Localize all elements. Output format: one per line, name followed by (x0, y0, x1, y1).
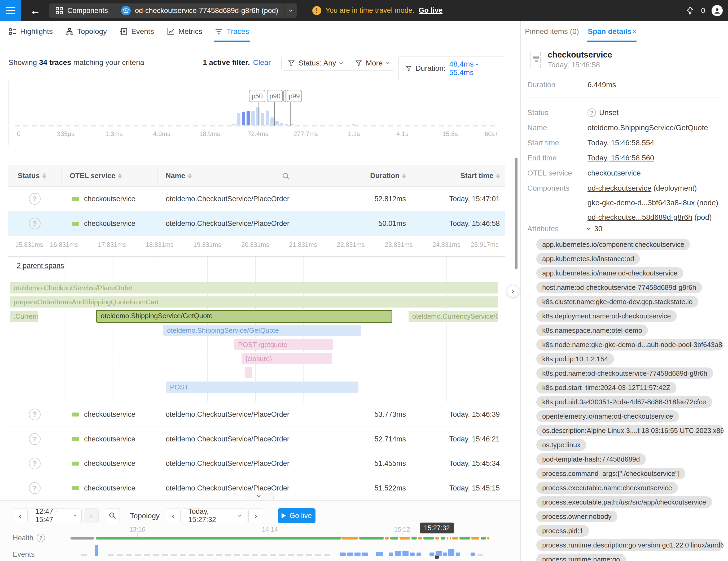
percentile-label-p50[interactable]: p50 (249, 90, 265, 102)
back-arrow-icon[interactable]: ← (29, 5, 42, 16)
event-bar[interactable] (389, 553, 393, 556)
event-bar[interactable] (340, 553, 346, 556)
tab-span-details[interactable]: Span details (588, 27, 631, 36)
span-bar[interactable]: oteldemo.CheckoutService/PlaceOrder (10, 282, 498, 293)
percentile-label-collapsed[interactable] (283, 90, 286, 102)
attribute-chip[interactable]: process.runtime.description:go version g… (536, 539, 723, 551)
duration-histogram[interactable]: 0335µs1.3ms4.9ms18.9ms72.4ms277.7ms1.1s4… (8, 80, 505, 146)
end-time-link[interactable]: Today, 15:46:58.560 (587, 154, 654, 162)
close-span-details-icon[interactable]: × (632, 27, 636, 36)
attribute-chip[interactable]: process.executable.name:checkoutservice (536, 482, 678, 494)
zoom-out-button[interactable] (105, 508, 120, 523)
tab-pinned-items[interactable]: Pinned items (0) (525, 27, 579, 36)
attribute-chip[interactable]: k8s.node.name:gke-gke-demo-d...ault-node… (536, 339, 723, 350)
span-bar[interactable]: oteldemo.CurrencyService/Co (409, 311, 498, 322)
go-live-button[interactable]: Go live (278, 508, 315, 523)
histogram-bar[interactable] (261, 113, 264, 125)
attribute-chip[interactable]: k8s.pod.name:od-checkoutservice-77458d68… (536, 367, 713, 379)
event-bar[interactable] (471, 553, 475, 556)
entity-selector[interactable]: od-checkoutservice-77458d689d-g8r6h (pod… (115, 3, 284, 18)
sort-icon[interactable] (118, 173, 122, 179)
table-row[interactable]: ?checkoutserviceoteldemo.CheckoutService… (8, 427, 505, 452)
histogram-bar[interactable] (290, 124, 294, 125)
attribute-chip[interactable]: process.owner:nobody (536, 511, 617, 522)
span-bar[interactable]: oteldemo.ShippingService/GetQuote (163, 325, 361, 336)
event-bar[interactable] (402, 551, 409, 556)
time-next-button[interactable]: › (248, 508, 263, 523)
event-bar[interactable] (443, 553, 447, 556)
go-live-link[interactable]: Go live (419, 6, 442, 15)
vertical-scrollbar[interactable] (515, 158, 518, 269)
span-bar[interactable]: .CurrencyServ... (10, 311, 38, 322)
event-bar[interactable] (362, 553, 368, 556)
histogram-bar[interactable] (270, 117, 274, 125)
attribute-chip[interactable]: os.description:Alpine Linux 3....t 18 03… (536, 425, 723, 436)
attribute-chip[interactable]: os.type:linux (536, 439, 586, 451)
event-bar[interactable] (354, 553, 361, 556)
attribute-chip[interactable]: app.kubernetes.io/name:od-checkoutservic… (536, 267, 683, 279)
range-next-button[interactable]: › (84, 508, 99, 523)
attribute-chip[interactable]: app.kubernetes.io/instance:od (536, 253, 640, 265)
help-icon[interactable]: ? (37, 534, 45, 542)
histogram-bar[interactable] (242, 112, 245, 125)
attribute-chip[interactable]: pod-template-hash:77458d689d (536, 453, 646, 465)
column-header-start-time[interactable]: Start time (460, 165, 500, 186)
pin-icon[interactable] (685, 6, 695, 15)
parent-spans-link[interactable]: 2 parent spans (17, 262, 64, 270)
attribute-chip[interactable]: process.command_args:["./checkoutservice… (536, 468, 685, 479)
time-marker-tooltip[interactable]: 15:27:32 (420, 523, 454, 533)
event-bar[interactable] (429, 553, 434, 556)
status-filter-button[interactable]: Status: Any (282, 56, 349, 70)
span-bar[interactable]: POST (166, 382, 358, 393)
attribute-chip[interactable]: k8s.pod.uid:3a430351-2cda-4d67-8d88-318f… (536, 396, 712, 408)
column-header-status[interactable]: Status (18, 165, 46, 186)
more-filters-button[interactable]: More (349, 56, 395, 70)
percentile-label-p90[interactable]: p90 (267, 90, 283, 102)
event-bar[interactable] (410, 553, 415, 556)
search-icon[interactable] (282, 172, 290, 181)
tab-traces[interactable]: Traces (215, 21, 249, 42)
attribute-chip[interactable]: k8s.deployment.name:od-checkoutservice (536, 310, 677, 322)
event-bar[interactable] (376, 552, 383, 556)
table-row[interactable]: ?checkoutserviceoteldemo.CheckoutService… (8, 451, 505, 476)
current-time-dropdown[interactable]: Today, 15:27:32 (183, 508, 246, 523)
tab-events[interactable]: Events (120, 21, 154, 42)
histogram-bar[interactable] (285, 124, 288, 125)
event-bar[interactable] (436, 551, 442, 556)
table-row[interactable]: ?checkoutserviceoteldemo.CheckoutService… (8, 211, 505, 236)
attribute-chip[interactable]: k8s.pod.start_time:2024-03-12T11:57:42Z (536, 382, 676, 393)
span-bar[interactable]: {closure} (242, 353, 332, 364)
attribute-chip[interactable]: host.name:od-checkoutservice-77458d689d-… (536, 282, 702, 293)
column-header-name[interactable]: Name (166, 165, 192, 186)
time-prev-button[interactable]: ‹ (166, 508, 181, 523)
event-bar[interactable] (347, 553, 353, 556)
span-bar[interactable]: POST /getquote (234, 339, 333, 350)
entity-dropdown-caret[interactable] (284, 3, 297, 18)
range-prev-button[interactable]: ‹ (13, 508, 28, 523)
span-bar[interactable] (245, 367, 252, 378)
attributes-toggle[interactable]: 30 (587, 225, 602, 233)
attribute-chip[interactable]: opentelemetry.io/name:od-checkoutservice (536, 410, 679, 422)
histogram-bar[interactable] (247, 111, 250, 125)
histogram-bar[interactable] (266, 111, 269, 125)
event-bar[interactable] (395, 551, 401, 556)
event-bar[interactable] (416, 553, 421, 556)
duration-filter[interactable]: Duration: 48.4ms - 55.4ms (398, 56, 505, 80)
sort-icon[interactable] (496, 173, 500, 179)
time-range-dropdown[interactable]: 12:47 - 15:47 (30, 508, 82, 523)
component-link[interactable]: od-checkoutse...58d689d-g8r6h (587, 213, 692, 221)
histogram-bar[interactable] (237, 113, 240, 125)
event-bar[interactable] (456, 553, 460, 556)
percentile-label-p99[interactable]: p99 (287, 90, 302, 102)
attribute-chip[interactable]: k8s.cluster.name:gke-demo-dev.gcp.stacks… (536, 296, 698, 308)
panel-expand-button[interactable]: › (507, 285, 519, 297)
components-nav-button[interactable]: Components (49, 3, 115, 18)
user-avatar[interactable] (712, 5, 723, 16)
column-header-otel-service[interactable]: OTEL service (70, 165, 122, 186)
tab-highlights[interactable]: Highlights (8, 21, 53, 42)
clear-filters-link[interactable]: Clear (253, 58, 271, 67)
start-time-link[interactable]: Today, 15:46:58.554 (587, 139, 654, 147)
histogram-bar[interactable] (251, 111, 255, 125)
histogram-bar[interactable] (280, 123, 283, 125)
event-bar[interactable] (95, 545, 98, 556)
